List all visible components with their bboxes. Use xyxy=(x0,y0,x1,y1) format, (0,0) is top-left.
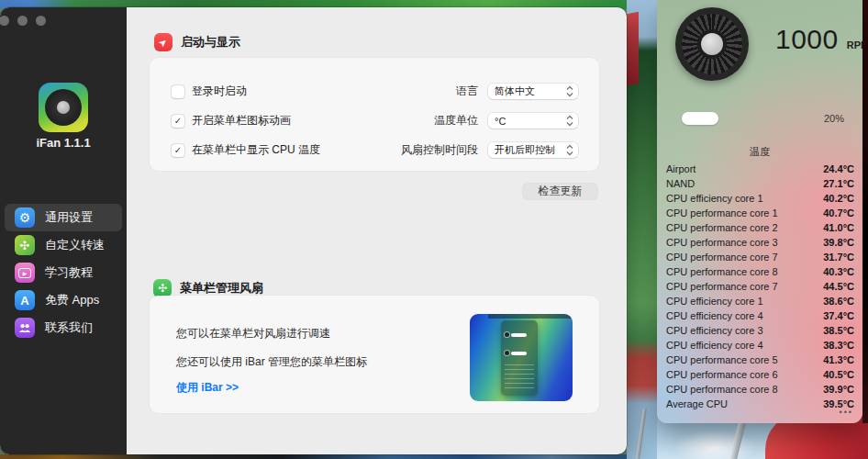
checkbox-show-cpu-temp[interactable]: ✓ 在菜单栏中显示 CPU 温度 xyxy=(172,142,320,158)
rpm-unit: RPM xyxy=(847,39,862,50)
menubar-fan-card: 您可以在菜单栏对风扇进行调速 您还可以使用 iBar 管理您的菜单栏图标 使用 … xyxy=(150,296,599,413)
sidebar-item-label: 联系我们 xyxy=(45,319,93,336)
use-ibar-link[interactable]: 使用 iBar >> xyxy=(176,380,239,396)
sensor-value: 41.0°C xyxy=(823,222,854,233)
cloud xyxy=(673,430,756,459)
sidebar-item-contact-us[interactable]: 联系我们 xyxy=(5,314,122,341)
sensor-value: 38.5°C xyxy=(823,325,854,336)
sensor-value: 40.3°C xyxy=(823,266,854,277)
sensor-name: CPU efficiency core 1 xyxy=(666,296,823,307)
sensor-name: CPU efficiency core 4 xyxy=(666,340,823,351)
temperature-row: CPU efficiency core 4 38.3°C xyxy=(657,338,862,353)
sidebar-item-label: 学习教程 xyxy=(45,264,93,281)
settings-content: ➤ 启动与显示 登录时启动 ✓ 开启菜单栏图标动画 ✓ 在菜单栏中显示 CPU … xyxy=(127,7,627,454)
app-icon-rotor xyxy=(45,89,82,126)
sensor-name: CPU performance core 8 xyxy=(666,384,823,395)
sensor-name: NAND xyxy=(666,178,823,189)
ifan-window: iFan 1.1.1 ⚙ 通用设置 ✣ 自定义转速 ▶ 学习教程 A 免费 Ap… xyxy=(0,7,627,454)
sensor-name: CPU performance core 2 xyxy=(666,222,823,233)
language-select[interactable]: 简体中文 xyxy=(488,84,578,99)
checkbox-box[interactable]: ✓ xyxy=(172,115,184,128)
sensor-value: 31.7°C xyxy=(823,252,854,263)
sensor-value: 24.4°C xyxy=(823,163,854,174)
temp-unit-select[interactable]: °C xyxy=(488,113,578,129)
sidebar-nav: ⚙ 通用设置 ✣ 自定义转速 ▶ 学习教程 A 免费 Apps xyxy=(5,204,122,341)
wallpaper-right-sliver xyxy=(862,0,868,423)
temperature-row: CPU efficiency core 3 38.5°C xyxy=(657,323,862,338)
sidebar: iFan 1.1.1 ⚙ 通用设置 ✣ 自定义转速 ▶ 学习教程 A 免费 Ap… xyxy=(0,7,127,454)
rpm-value: 1000 xyxy=(775,24,839,55)
language-label: 语言 xyxy=(340,84,478,99)
sensor-value: 39.8°C xyxy=(823,237,854,248)
temperature-row: NAND 27.1°C xyxy=(657,176,862,191)
sensor-value: 40.2°C xyxy=(823,193,854,204)
sensor-value: 27.1°C xyxy=(823,178,854,189)
sensor-value: 40.7°C xyxy=(823,207,854,218)
checkbox-box[interactable] xyxy=(172,85,184,98)
minimize-button[interactable] xyxy=(17,16,28,26)
chevron-up-down-icon xyxy=(566,144,573,156)
temp-unit-select-value: °C xyxy=(495,116,566,127)
temperature-row: CPU performance core 5 41.3°C xyxy=(657,353,862,367)
temperature-row: CPU performance core 3 39.8°C xyxy=(657,235,862,250)
sidebar-item-general-settings[interactable]: ⚙ 通用设置 xyxy=(5,204,122,231)
fan-control-period-label: 风扇控制时间段 xyxy=(340,142,478,158)
sensor-value: 44.5°C xyxy=(823,281,854,292)
check-update-button[interactable]: 检查更新 xyxy=(523,184,597,199)
fan-speed-slider[interactable] xyxy=(682,112,843,125)
temperature-row: CPU performance core 7 31.7°C xyxy=(657,250,862,264)
sensor-name: CPU efficiency core 3 xyxy=(666,325,823,336)
checkbox-box[interactable]: ✓ xyxy=(172,144,184,157)
umbrella-red-wedge xyxy=(627,12,639,85)
fan-icon: ✣ xyxy=(15,235,35,255)
sensor-name: CPU performance core 3 xyxy=(666,237,823,248)
menubar-preview-image xyxy=(470,314,573,401)
sensor-name: Airport xyxy=(666,163,823,174)
temperature-list: Airport 24.4°C NAND 27.1°C CPU efficienc… xyxy=(657,162,862,411)
sidebar-item-tutorial[interactable]: ▶ 学习教程 xyxy=(5,259,122,286)
menubar-line2: 您还可以使用 iBar 管理您的菜单栏图标 xyxy=(176,354,367,370)
zoom-button[interactable] xyxy=(36,16,46,26)
menubar-line1: 您可以在菜单栏对风扇进行调速 xyxy=(176,326,330,341)
sidebar-item-free-apps[interactable]: A 免费 Apps xyxy=(5,286,122,314)
sensor-name: CPU performance core 5 xyxy=(666,354,823,365)
wallpaper-umbrella-strip xyxy=(627,0,657,459)
menubar-fan-icon: ✣ xyxy=(153,279,172,297)
app-store-icon: A xyxy=(15,290,35,310)
wallpaper-bottom-strip xyxy=(0,454,627,459)
launch-rocket-icon: ➤ xyxy=(154,33,172,51)
sensor-name: Average CPU xyxy=(666,398,823,409)
temp-unit-label: 温度单位 xyxy=(340,113,478,129)
fan-image xyxy=(675,7,749,81)
temperature-row: CPU performance core 7 44.5°C xyxy=(657,279,862,294)
sidebar-item-custom-speed[interactable]: ✣ 自定义转速 xyxy=(5,231,122,259)
sensor-name: CPU performance core 7 xyxy=(666,252,823,263)
contact-people-icon xyxy=(15,318,35,338)
checkbox-menubar-icon-animation[interactable]: ✓ 开启菜单栏图标动画 xyxy=(172,113,291,129)
sidebar-item-label: 免费 Apps xyxy=(45,292,99,308)
rpm-readout: 1000 RPM xyxy=(775,24,862,55)
sensor-name: CPU efficiency core 4 xyxy=(666,310,823,321)
checkbox-launch-at-login[interactable]: 登录时启动 xyxy=(172,84,247,99)
umbrella-pole xyxy=(636,409,647,459)
checkbox-label: 在菜单栏中显示 CPU 温度 xyxy=(192,142,320,158)
fan-percent-label: 20% xyxy=(824,113,844,124)
app-version-label: iFan 1.1.1 xyxy=(0,136,127,150)
chevron-up-down-icon xyxy=(566,85,573,97)
section-menubar-title: 菜单栏管理风扇 xyxy=(180,280,263,297)
fan-speed-slider-thumb[interactable] xyxy=(682,112,718,125)
section-startup-header: ➤ 启动与显示 xyxy=(154,33,240,51)
temps-title: 温度 xyxy=(657,145,862,159)
temperature-row: CPU efficiency core 4 37.4°C xyxy=(657,308,862,323)
sensor-name: CPU efficiency core 1 xyxy=(666,193,823,204)
temperature-row: CPU performance core 2 41.0°C xyxy=(657,220,862,235)
sidebar-item-label: 自定义转速 xyxy=(45,237,105,253)
more-button[interactable]: ••• xyxy=(840,408,853,417)
sensor-name: CPU performance core 7 xyxy=(666,281,823,292)
temperature-row: CPU efficiency core 1 38.6°C xyxy=(657,294,862,308)
temperature-row: CPU performance core 8 39.9°C xyxy=(657,382,862,397)
close-button[interactable] xyxy=(0,16,9,26)
sensor-value: 37.4°C xyxy=(823,310,854,321)
fan-control-period-select[interactable]: 开机后即控制 xyxy=(488,142,578,158)
app-icon xyxy=(39,83,88,132)
